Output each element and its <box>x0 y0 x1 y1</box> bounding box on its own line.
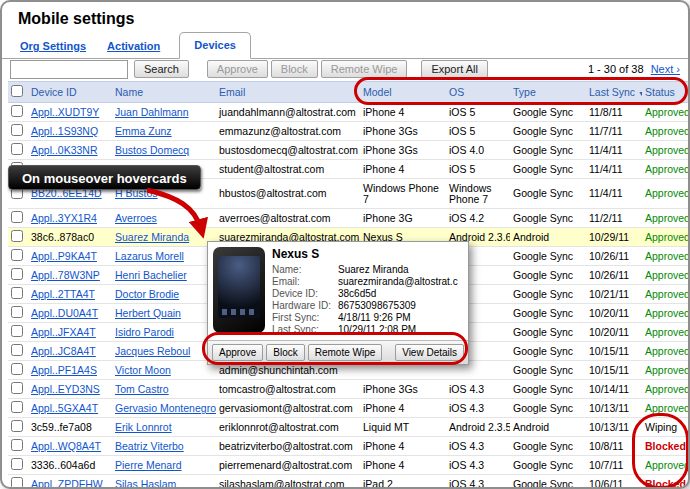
row-checkbox[interactable] <box>11 477 23 489</box>
device-name-link[interactable]: Tom Castro <box>115 383 169 395</box>
device-id-link[interactable]: Appl..5GXA4T <box>31 402 98 414</box>
row-checkbox[interactable] <box>11 439 23 451</box>
device-os: iOS 5 <box>449 163 475 175</box>
device-type: Google Sync <box>513 288 573 300</box>
table-row: Appl..ZPDFHWSilas Haslamsilashaslam@alto… <box>8 475 690 489</box>
tab-activation[interactable]: Activation <box>107 33 160 59</box>
search-input[interactable] <box>10 60 128 79</box>
device-model: iPhone 4 <box>363 106 404 118</box>
device-id-link[interactable]: Appl..PF1A4S <box>31 364 97 376</box>
row-checkbox[interactable] <box>11 401 23 413</box>
hovercard-button-approve[interactable]: Approve <box>212 344 263 361</box>
row-checkbox[interactable] <box>11 382 23 394</box>
remote-wipe-button[interactable]: Remote Wipe <box>321 60 408 78</box>
approve-button[interactable]: Approve <box>207 60 268 78</box>
row-checkbox[interactable] <box>11 344 23 356</box>
row-checkbox[interactable] <box>11 458 23 470</box>
hovercard-buttons: ApproveBlockRemote WipeView Details <box>208 340 468 364</box>
row-checkbox[interactable] <box>11 211 23 223</box>
device-os: iOS 4.2 <box>449 212 484 224</box>
column-header-type[interactable]: Type <box>510 82 586 103</box>
hovercard-field-label: Name: <box>272 264 334 275</box>
block-button[interactable]: Block <box>271 60 318 78</box>
device-id-link[interactable]: Appl..ZPDFHW <box>31 478 103 489</box>
phone-screen <box>218 256 260 318</box>
column-header-email[interactable]: Email <box>216 82 360 103</box>
device-id-link[interactable]: Appl..XUDT9Y <box>31 106 99 118</box>
device-name-link[interactable]: Lazarus Morell <box>115 250 184 262</box>
device-os: iOS 4.3 <box>449 440 484 452</box>
device-name-link[interactable]: Pierre Menard <box>115 459 182 471</box>
device-name-link[interactable]: Doctor Brodie <box>115 288 179 300</box>
device-id-link[interactable]: Appl..P9KA4T <box>31 250 97 262</box>
device-name-link[interactable]: Averroes <box>115 212 157 224</box>
device-name-link[interactable]: Emma Zunz <box>115 125 172 137</box>
tab-devices[interactable]: Devices <box>179 32 251 59</box>
device-id-link[interactable]: Appl..JC8A4T <box>31 345 96 357</box>
column-header-device-id[interactable]: Device ID <box>28 82 112 103</box>
device-id-link[interactable]: Appl..1S93NQ <box>31 125 98 137</box>
sort-dropdown-icon[interactable]: ▼ <box>638 90 642 97</box>
device-os: Android 2.3.5 <box>449 421 510 433</box>
device-id-link[interactable]: Appl..WQ8A4T <box>31 440 101 452</box>
row-checkbox[interactable] <box>11 124 23 136</box>
hovercard-button-block[interactable]: Block <box>266 344 304 361</box>
device-type: Google Sync <box>513 364 573 376</box>
device-id-link[interactable]: Appl..EYD3NS <box>31 383 100 395</box>
column-header-name[interactable]: Name <box>112 82 216 103</box>
device-name-link[interactable]: Suarez Miranda <box>115 231 189 243</box>
device-email: beatrizviterbo@altostrat.com <box>219 440 353 452</box>
row-checkbox[interactable] <box>11 268 23 280</box>
device-id-link[interactable]: Appl..0K33NR <box>31 144 98 156</box>
hovercard-field-value: 86753098675309 <box>338 300 463 311</box>
device-last-sync: 11/4/11 <box>589 144 622 156</box>
device-status: Approved <box>645 187 690 199</box>
device-status: Wiping <box>645 421 677 433</box>
device-name-link[interactable]: Gervasio Montenegro <box>115 402 216 414</box>
row-checkbox[interactable] <box>11 325 23 337</box>
row-checkbox[interactable] <box>11 143 23 155</box>
nexus-phone-image <box>213 247 265 333</box>
device-name-link[interactable]: Henri Bachelier <box>115 269 187 281</box>
device-name-link[interactable]: Victor Moon <box>115 364 171 376</box>
search-button[interactable]: Search <box>134 60 189 78</box>
device-name-link[interactable]: Silas Haslam <box>115 478 176 489</box>
hovercard-button-remote-wipe[interactable]: Remote Wipe <box>308 344 383 361</box>
device-id-link[interactable]: Appl..3YX1R4 <box>31 212 97 224</box>
device-name-link[interactable]: Bustos Domecq <box>115 144 189 156</box>
device-name-link[interactable]: Isidro Parodi <box>115 326 174 338</box>
device-name-link[interactable]: Juan Dahlmann <box>115 106 189 118</box>
tab-bar: Org Settings Activation Devices <box>2 32 688 59</box>
device-id-link[interactable]: Appl..2TTA4T <box>31 288 95 300</box>
device-email: emmazunz@altostrat.com <box>219 125 341 137</box>
next-page-link[interactable]: Next › <box>651 63 680 75</box>
device-hovercard: Nexus S Name:Suarez MirandaEmail:suarezm… <box>207 241 469 365</box>
device-status: Approved <box>645 163 690 175</box>
row-checkbox[interactable] <box>11 363 23 375</box>
device-model: iPhone 4 <box>363 440 404 452</box>
select-all-checkbox[interactable] <box>11 85 23 97</box>
column-header-model[interactable]: Model <box>360 82 446 103</box>
hovercard-button-view-details[interactable]: View Details <box>395 344 464 361</box>
device-status: Approved <box>645 345 690 357</box>
column-header-os[interactable]: OS <box>446 82 510 103</box>
row-checkbox[interactable] <box>11 420 23 432</box>
device-id-link[interactable]: Appl..DU0A4T <box>31 307 98 319</box>
device-name-link[interactable]: Herbert Quain <box>115 307 181 319</box>
row-checkbox[interactable] <box>11 105 23 117</box>
export-all-button[interactable]: Export All <box>421 60 487 78</box>
row-checkbox[interactable] <box>11 230 23 242</box>
column-header-last-sync[interactable]: Last Sync▼ <box>586 82 642 103</box>
row-checkbox[interactable] <box>11 249 23 261</box>
device-id-link[interactable]: Appl..JFXA4T <box>31 326 96 338</box>
device-name-link[interactable]: Jacques Reboul <box>115 345 190 357</box>
device-name-link[interactable]: Erik Lonnrot <box>115 421 172 433</box>
device-last-sync: 10/13/11 <box>589 421 629 433</box>
device-name-link[interactable]: Beatriz Viterbo <box>115 440 184 452</box>
tab-org-settings[interactable]: Org Settings <box>20 33 86 59</box>
row-checkbox[interactable] <box>11 306 23 318</box>
pagination-count: 1 - 30 of 38 <box>588 63 644 75</box>
row-checkbox[interactable] <box>11 287 23 299</box>
device-id-link[interactable]: Appl..78W3NP <box>31 269 100 281</box>
column-header-status[interactable]: Status <box>642 82 690 103</box>
